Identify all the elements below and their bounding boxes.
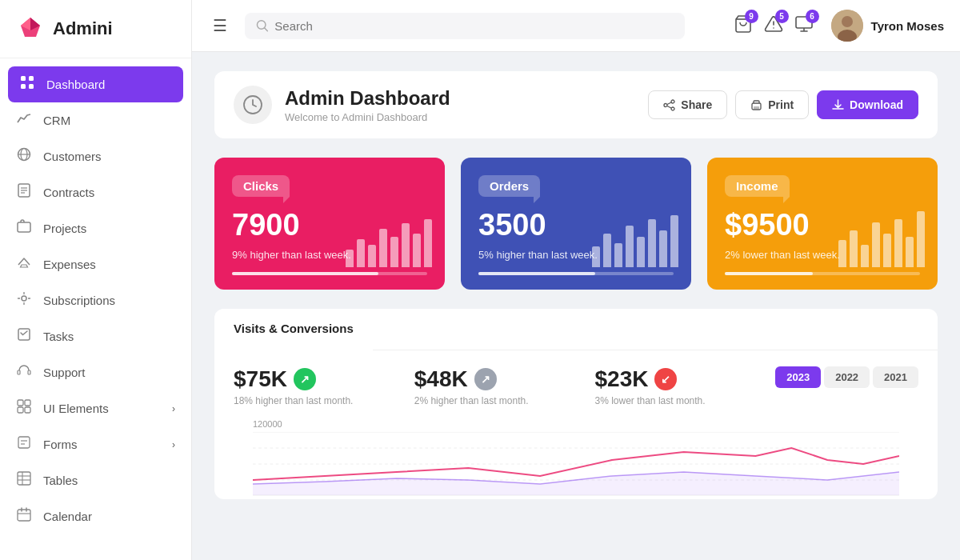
contracts-icon bbox=[16, 183, 32, 202]
subscriptions-icon bbox=[16, 291, 32, 310]
print-icon bbox=[750, 99, 762, 111]
metric-revenue-badge: ↙ bbox=[654, 368, 677, 390]
print-button[interactable]: Print bbox=[735, 90, 809, 119]
monitor-icon-wrap[interactable]: 6 bbox=[794, 14, 814, 37]
content-area: Admin Dashboard Welcome to Admini Dashbo… bbox=[192, 52, 960, 560]
sidebar-item-forms[interactable]: Forms › bbox=[0, 426, 191, 462]
search-input[interactable] bbox=[274, 19, 674, 33]
clicks-label: Clicks bbox=[232, 175, 290, 197]
svg-rect-4 bbox=[29, 76, 34, 81]
alert-badge: 5 bbox=[775, 10, 789, 23]
page-header-actions: Share Print Download bbox=[648, 90, 918, 119]
hamburger-icon[interactable]: ☰ bbox=[208, 13, 232, 38]
dashboard-icon bbox=[19, 75, 35, 94]
stat-card-clicks: Clicks 7900 9% higher than last week. bbox=[214, 158, 445, 290]
sidebar-item-subscriptions[interactable]: Subscriptions bbox=[0, 282, 191, 318]
tables-icon bbox=[16, 471, 32, 490]
cart-badge: 9 bbox=[745, 10, 758, 23]
income-label: Income bbox=[725, 175, 790, 197]
sidebar-item-calendar[interactable]: Calendar bbox=[0, 498, 191, 534]
svg-line-50 bbox=[667, 106, 671, 108]
main-content: ☰ 9 5 bbox=[192, 0, 960, 560]
logo-area: Admini bbox=[0, 0, 191, 58]
sidebar-item-label: Dashboard bbox=[46, 78, 105, 91]
sidebar: Admini Dashboard CRM bbox=[0, 0, 192, 560]
sidebar-item-tasks[interactable]: Tasks bbox=[0, 318, 191, 354]
svg-rect-30 bbox=[18, 510, 30, 521]
sidebar-item-crm[interactable]: CRM bbox=[0, 102, 191, 138]
monitor-badge: 6 bbox=[806, 10, 819, 23]
share-button[interactable]: Share bbox=[648, 90, 727, 119]
chart-area: 120000 90000 bbox=[234, 419, 918, 499]
sidebar-item-label: Customers bbox=[43, 150, 102, 163]
svg-rect-20 bbox=[25, 400, 30, 406]
projects-icon bbox=[16, 219, 32, 238]
svg-point-47 bbox=[664, 103, 667, 106]
support-icon bbox=[16, 363, 32, 382]
year-2021-button[interactable]: 2021 bbox=[873, 366, 918, 388]
sidebar-item-expenses[interactable]: Expenses bbox=[0, 246, 191, 282]
cart-icon-wrap[interactable]: 9 bbox=[734, 14, 753, 37]
customers-icon bbox=[16, 147, 32, 166]
sidebar-item-dashboard[interactable]: Dashboard bbox=[8, 66, 183, 102]
calendar-icon bbox=[16, 507, 32, 526]
svg-rect-6 bbox=[29, 84, 34, 89]
svg-rect-19 bbox=[18, 400, 23, 406]
topbar-icons: 9 5 6 bbox=[734, 10, 944, 42]
orders-label: Orders bbox=[478, 175, 540, 197]
svg-rect-14 bbox=[18, 222, 30, 232]
metric-total-desc: 18% higher than last month. bbox=[234, 395, 414, 406]
forms-icon bbox=[16, 435, 32, 454]
page-header-left: Admin Dashboard Welcome to Admini Dashbo… bbox=[234, 86, 450, 124]
sidebar-item-label: Contracts bbox=[43, 186, 94, 199]
svg-marker-58 bbox=[253, 472, 899, 495]
logo-icon bbox=[16, 14, 45, 43]
sidebar-item-label: Tasks bbox=[43, 330, 74, 343]
app-name: Admini bbox=[53, 18, 113, 39]
visits-tab[interactable]: Visits & Conversions bbox=[214, 309, 373, 350]
search-icon bbox=[256, 19, 268, 32]
page-title-area: Admin Dashboard Welcome to Admini Dashbo… bbox=[285, 87, 450, 123]
year-2022-button[interactable]: 2022 bbox=[824, 366, 870, 388]
metric-conversions-desc: 2% higher than last month. bbox=[414, 395, 595, 406]
user-info[interactable]: Tyron Moses bbox=[831, 10, 944, 42]
svg-rect-26 bbox=[18, 472, 30, 485]
metric-total: $75K ↗ 18% higher than last month. bbox=[234, 366, 414, 406]
svg-rect-17 bbox=[18, 370, 20, 374]
chart-label-top: 120000 bbox=[253, 419, 899, 429]
download-label: Download bbox=[850, 98, 903, 111]
sidebar-item-label: Forms bbox=[43, 438, 78, 451]
svg-line-49 bbox=[667, 102, 671, 105]
search-bar[interactable] bbox=[245, 13, 685, 39]
metric-revenue-value: $23K ↙ bbox=[595, 366, 776, 392]
download-button[interactable]: Download bbox=[817, 90, 918, 119]
svg-point-43 bbox=[842, 16, 853, 27]
sidebar-item-projects[interactable]: Projects bbox=[0, 210, 191, 246]
page-header: Admin Dashboard Welcome to Admini Dashbo… bbox=[214, 71, 938, 138]
sidebar-item-label: Support bbox=[43, 366, 86, 379]
alert-icon-wrap[interactable]: 5 bbox=[764, 14, 783, 37]
sidebar-item-label: Tables bbox=[43, 474, 78, 487]
stats-row: Clicks 7900 9% higher than last week. Or bbox=[214, 158, 938, 290]
orders-chart bbox=[592, 215, 678, 267]
stat-card-orders: Orders 3500 5% higher than last week. bbox=[461, 158, 691, 290]
clicks-chart bbox=[346, 219, 432, 267]
user-name: Tyron Moses bbox=[871, 19, 944, 33]
page-title: Admin Dashboard bbox=[285, 87, 450, 110]
chevron-right-icon: › bbox=[172, 439, 175, 450]
svg-rect-23 bbox=[18, 437, 30, 448]
sidebar-item-contracts[interactable]: Contracts bbox=[0, 174, 191, 210]
sidebar-item-customers[interactable]: Customers bbox=[0, 138, 191, 174]
sidebar-item-ui-elements[interactable]: UI Elements › bbox=[0, 390, 191, 426]
sidebar-item-label: UI Elements bbox=[43, 402, 109, 415]
sidebar-item-support[interactable]: Support bbox=[0, 354, 191, 390]
svg-line-35 bbox=[265, 28, 268, 31]
svg-rect-5 bbox=[21, 84, 26, 89]
metric-total-value: $75K ↗ bbox=[234, 366, 414, 392]
svg-rect-21 bbox=[18, 407, 23, 413]
tasks-icon bbox=[16, 327, 32, 346]
visits-body: $75K ↗ 18% higher than last month. $48K … bbox=[214, 350, 938, 499]
sidebar-item-tables[interactable]: Tables bbox=[0, 462, 191, 498]
visits-card: Visits & Conversions $75K ↗ 18% higher t… bbox=[214, 309, 938, 499]
year-2023-button[interactable]: 2023 bbox=[775, 366, 821, 388]
